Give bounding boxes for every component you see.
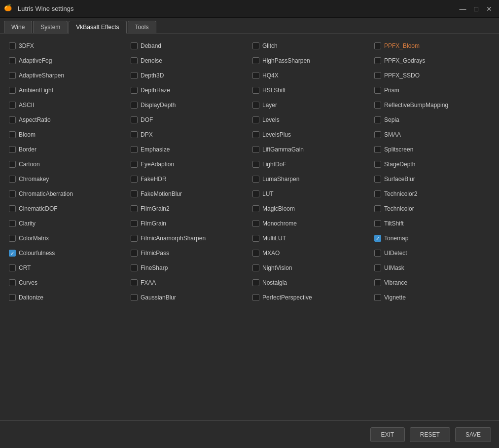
checkbox-chromaticaberration[interactable] bbox=[9, 190, 16, 197]
list-item: HQ4X bbox=[250, 68, 371, 83]
list-item: FilmGrain bbox=[128, 216, 250, 231]
checkbox-tiltshift[interactable] bbox=[374, 220, 381, 227]
checkbox-magicbloom[interactable] bbox=[252, 205, 259, 212]
checkbox-cinematicdof[interactable] bbox=[9, 205, 16, 212]
checkbox-denoise[interactable] bbox=[131, 57, 138, 64]
checkbox-glitch[interactable] bbox=[252, 42, 259, 49]
list-item: Glitch bbox=[250, 38, 371, 53]
checkbox-levels[interactable] bbox=[252, 116, 259, 123]
checkbox-fakehdr[interactable] bbox=[131, 176, 138, 183]
checkbox-adaptivesharpen[interactable] bbox=[9, 72, 16, 79]
checkbox-lut[interactable] bbox=[252, 190, 259, 197]
checkbox-prism[interactable] bbox=[374, 87, 381, 94]
checkbox-uimask[interactable] bbox=[374, 264, 381, 271]
reset-button[interactable]: RESET bbox=[410, 427, 450, 442]
checkbox-filmicpass[interactable] bbox=[131, 250, 138, 257]
checkbox-gaussianblur[interactable] bbox=[131, 294, 138, 301]
maximize-button[interactable]: □ bbox=[471, 4, 481, 14]
checkbox-finesharp[interactable] bbox=[131, 264, 138, 271]
checkbox-lumasharpen[interactable] bbox=[252, 176, 259, 183]
list-item: Denoise bbox=[128, 53, 250, 68]
effect-label: Curves bbox=[19, 279, 37, 286]
checkbox-reflectivebumpmapping[interactable] bbox=[374, 102, 381, 109]
checkbox-ambientlight[interactable] bbox=[9, 87, 16, 94]
checkbox-surfaceblur[interactable] bbox=[374, 176, 381, 183]
exit-button[interactable]: EXIT bbox=[370, 427, 405, 442]
checkbox-splitscreen[interactable] bbox=[374, 146, 381, 153]
minimize-button[interactable]: — bbox=[457, 4, 469, 14]
tab-system[interactable]: System bbox=[33, 21, 68, 33]
list-item: Cartoon bbox=[6, 157, 128, 172]
checkbox-clarity[interactable] bbox=[9, 220, 16, 227]
checkbox-bloom[interactable] bbox=[9, 131, 16, 138]
checkbox-nostalgia[interactable] bbox=[252, 279, 259, 286]
close-button[interactable]: ✕ bbox=[483, 4, 495, 14]
checkbox-technicolor2[interactable] bbox=[374, 190, 381, 197]
checkbox-ppfx_godrays[interactable] bbox=[374, 57, 381, 64]
checkbox-ppfx_bloom[interactable] bbox=[374, 42, 381, 49]
checkbox-border[interactable] bbox=[9, 146, 16, 153]
checkbox-perfectperspective[interactable] bbox=[252, 294, 259, 301]
checkbox-hslshift[interactable] bbox=[252, 87, 259, 94]
checkbox-smaa[interactable] bbox=[374, 131, 381, 138]
checkbox-filmgrain[interactable] bbox=[131, 220, 138, 227]
checkbox-depth3d[interactable] bbox=[131, 72, 138, 79]
checkbox-filmicanamorphsharpen[interactable] bbox=[131, 235, 138, 242]
effect-label: Emphasize bbox=[141, 146, 170, 153]
checkbox-ppfx_ssdo[interactable] bbox=[374, 72, 381, 79]
list-item: StageDepth bbox=[371, 157, 493, 172]
checkbox-emphasize[interactable] bbox=[131, 146, 138, 153]
checkbox-lightdof[interactable] bbox=[252, 161, 259, 168]
checkbox-filmgrain2[interactable] bbox=[131, 205, 138, 212]
checkbox-stagedepth[interactable] bbox=[374, 161, 381, 168]
checkbox-cartoon[interactable] bbox=[9, 161, 16, 168]
checkbox-3dfx[interactable] bbox=[9, 42, 16, 49]
checkbox-deband[interactable] bbox=[131, 42, 138, 49]
checkbox-mxao[interactable] bbox=[252, 250, 259, 257]
effect-label: CRT bbox=[19, 264, 31, 271]
checkbox-depthhaze[interactable] bbox=[131, 87, 138, 94]
checkbox-daltonize[interactable] bbox=[9, 294, 16, 301]
checkbox-aspectratio[interactable] bbox=[9, 116, 16, 123]
checkbox-adaptivefog[interactable] bbox=[9, 57, 16, 64]
list-item: PerfectPerspective bbox=[250, 290, 371, 305]
checkbox-vibrance[interactable] bbox=[374, 279, 381, 286]
tab-vkbasalt[interactable]: VkBasalt Effects bbox=[69, 21, 126, 34]
list-item: PPFX_Godrays bbox=[371, 53, 493, 68]
checkbox-ascii[interactable] bbox=[9, 102, 16, 109]
checkbox-technicolor[interactable] bbox=[374, 205, 381, 212]
checkbox-displaydepth[interactable] bbox=[131, 102, 138, 109]
checkbox-vignette[interactable] bbox=[374, 294, 381, 301]
tab-tools[interactable]: Tools bbox=[128, 21, 156, 33]
list-item: ASCII bbox=[6, 98, 128, 112]
checkbox-colourfulness[interactable] bbox=[9, 250, 16, 257]
checkbox-dpx[interactable] bbox=[131, 131, 138, 138]
checkbox-eyeadaption[interactable] bbox=[131, 161, 138, 168]
effect-label: Sepia bbox=[384, 116, 399, 123]
checkbox-nightvision[interactable] bbox=[252, 264, 259, 271]
checkbox-chromakey[interactable] bbox=[9, 176, 16, 183]
checkbox-crt[interactable] bbox=[9, 264, 16, 271]
list-item: TiltShift bbox=[371, 216, 493, 231]
effect-label: HSLShift bbox=[262, 87, 285, 94]
checkbox-sepia[interactable] bbox=[374, 116, 381, 123]
checkbox-tonemap[interactable] bbox=[374, 235, 381, 242]
checkbox-fxaa[interactable] bbox=[131, 279, 138, 286]
checkbox-multilut[interactable] bbox=[252, 235, 259, 242]
checkbox-uidetect[interactable] bbox=[374, 250, 381, 257]
checkbox-layer[interactable] bbox=[252, 102, 259, 109]
checkbox-highpasssharpen[interactable] bbox=[252, 57, 259, 64]
checkbox-fakemotionblur[interactable] bbox=[131, 190, 138, 197]
checkbox-hq4x[interactable] bbox=[252, 72, 259, 79]
save-button[interactable]: SAVE bbox=[455, 427, 491, 442]
checkbox-levelsplus[interactable] bbox=[252, 131, 259, 138]
checkbox-colormatrix[interactable] bbox=[9, 235, 16, 242]
tab-wine[interactable]: Wine bbox=[4, 21, 32, 33]
checkbox-liftgammagain[interactable] bbox=[252, 146, 259, 153]
checkbox-dof[interactable] bbox=[131, 116, 138, 123]
list-item: FilmicPass bbox=[128, 246, 250, 261]
checkbox-monochrome[interactable] bbox=[252, 220, 259, 227]
effect-label: ChromaticAberration bbox=[19, 190, 73, 197]
list-item: ChromaticAberration bbox=[6, 187, 128, 201]
checkbox-curves[interactable] bbox=[9, 279, 16, 286]
